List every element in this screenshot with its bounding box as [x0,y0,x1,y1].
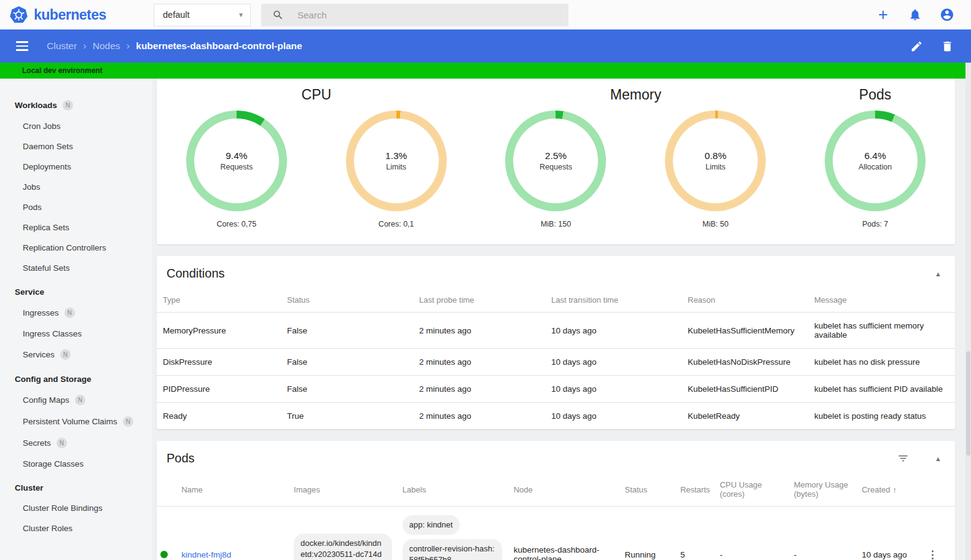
sidebar-item-deployments[interactable]: Deployments [0,157,152,177]
sidebar-item-pods[interactable]: Pods [0,197,152,217]
conditions-collapse-button[interactable]: ▲ [931,268,945,280]
sidebar-item-label: Ingresses [23,308,59,317]
namespace-selector[interactable]: default ▾ [154,4,251,26]
sidebar-item-cluster-roles[interactable]: Cluster Roles [0,518,152,539]
sidebar-item-services[interactable]: ServicesN [0,344,152,365]
condition-cell: 10 days ago [551,403,688,430]
condition-cell: KubeletReady [688,403,814,430]
pods-collapse-button[interactable]: ▲ [931,453,945,465]
condition-cell: kubelet is posting ready status [814,403,955,430]
chevron-right-icon: › [127,40,130,52]
pod-status-cell: Running [624,507,680,560]
pod-restarts-cell: 5 [680,507,720,560]
donut-chart: 6.4%Allocation [825,111,926,211]
scrollbar-thumb[interactable] [966,351,970,456]
pod-labels-cell: app: kindnetcontroller-revision-hash: 58… [403,507,514,560]
gauge-group-title-memory: Memory [476,82,796,111]
column-header-last-transition-time: Last transition time [551,288,688,313]
edit-button[interactable] [908,38,924,54]
gauge-footer: MiB: 150 [541,220,571,228]
sidebar-section-config-and-storage[interactable]: Config and Storage [0,369,152,389]
sidebar-item-persistent-volume-claims[interactable]: Persistent Volume ClaimsN [0,411,152,432]
condition-row: ReadyTrue2 minutes ago10 days agoKubelet… [157,403,955,430]
gauge-percent: 1.3% [385,150,407,161]
search-input[interactable] [297,10,561,20]
donut-chart: 9.4%Requests [186,111,287,211]
gauge-label: Requests [220,163,253,171]
sidebar-section-workloads[interactable]: WorkloadsN [0,95,152,116]
pod-cpu-cell: - [720,507,794,560]
donut-center: 2.5%Requests [505,111,606,211]
condition-cell: KubeletHasSufficientMemory [688,313,814,349]
account-button[interactable] [939,7,955,23]
condition-cell: MemoryPressure [157,313,287,349]
column-header-cpu-usage-cores-: CPU Usage (cores) [720,473,794,507]
condition-cell: 2 minutes ago [419,376,551,403]
condition-row: MemoryPressureFalse2 minutes ago10 days … [157,313,955,349]
sidebar-item-replication-controllers[interactable]: Replication Controllers [0,238,152,258]
sidebar-item-jobs[interactable]: Jobs [0,177,152,197]
main-content: CPUMemoryPods9.4%RequestsCores: 0,751.3%… [152,79,971,560]
sidebar-section-label: Cluster [15,483,44,492]
sidebar-item-replica-sets[interactable]: Replica Sets [0,217,152,238]
sidebar-section-cluster[interactable]: Cluster [0,478,152,498]
sidebar-item-label: Pods [23,203,42,212]
notifications-button[interactable] [907,7,923,23]
sidebar-item-cluster-role-bindings[interactable]: Cluster Role Bindings [0,498,152,518]
sidebar-section-label: Config and Storage [15,375,92,384]
menu-icon[interactable] [16,41,28,51]
sidebar-item-daemon-sets[interactable]: Daemon Sets [0,136,152,157]
conditions-body: MemoryPressureFalse2 minutes ago10 days … [157,313,955,430]
column-header-reason: Reason [688,288,814,313]
column-header-message: Message [814,288,955,313]
chevron-down-icon: ▾ [239,10,243,19]
delete-button[interactable] [939,38,955,54]
gauge-percent: 9.4% [226,150,247,161]
breadcrumb-link-nodes[interactable]: Nodes [93,41,120,52]
gauge-label: Requests [540,163,572,171]
app-header: kubernetes default ▾ + [0,0,971,29]
plus-icon: + [878,8,888,21]
condition-cell: 10 days ago [551,376,688,403]
gauge-percent: 6.4% [864,150,886,161]
allocation-overview-card: CPUMemoryPods9.4%RequestsCores: 0,751.3%… [157,79,955,244]
pencil-icon [910,40,923,53]
donut-chart: 2.5%Requests [505,111,606,211]
sidebar-item-config-maps[interactable]: Config MapsN [0,389,152,411]
column-header-node: Node [514,473,625,507]
sidebar-item-stateful-sets[interactable]: Stateful Sets [0,258,152,278]
gauge-footer: Cores: 0,1 [379,220,414,228]
column-header-created[interactable]: Created↑ [862,473,927,507]
sidebar-item-label: Stateful Sets [23,263,70,273]
namespace-value: default [163,10,190,20]
sidebar-item-label: Jobs [23,182,41,192]
condition-row: PIDPressureFalse2 minutes ago10 days ago… [157,376,955,403]
sidebar-item-storage-classes[interactable]: Storage Classes [0,454,152,474]
breadcrumb-link-cluster[interactable]: Cluster [47,41,77,52]
sidebar-item-ingresses[interactable]: IngressesN [0,302,152,324]
condition-cell: kubelet has no disk pressure [814,349,955,376]
sidebar-item-cron-jobs[interactable]: Cron Jobs [0,116,152,136]
namespaced-badge: N [57,438,67,448]
page-scrollbar[interactable] [965,63,971,560]
pods-card: Pods ▲ NameImagesLabelsNodeStatusRestart… [157,441,955,560]
column-header-actions [927,473,955,507]
column-header-status: Status [624,473,680,507]
sidebar-section-service[interactable]: Service [0,282,152,302]
donut-center: 1.3%Limits [346,111,447,211]
create-resource-button[interactable]: + [875,7,891,23]
condition-cell: False [287,349,419,376]
pods-title: Pods [167,451,195,465]
pod-name-link[interactable]: kindnet-fmj8d [181,550,231,559]
sidebar-item-label: Deployments [23,162,71,171]
sidebar-item-label: Replica Sets [23,223,69,232]
kebab-menu-icon[interactable]: ⋮ [927,550,938,560]
sidebar-item-secrets[interactable]: SecretsN [0,432,152,454]
kubernetes-logo[interactable]: kubernetes [0,6,154,25]
sidebar-item-ingress-classes[interactable]: Ingress Classes [0,324,152,344]
sidebar-item-label: Services [23,350,55,359]
condition-cell: 2 minutes ago [419,349,551,376]
pod-label-chips: app: kindnetcontroller-revision-hash: 58… [403,515,504,560]
gauge-grid: CPUMemoryPods9.4%RequestsCores: 0,751.3%… [157,79,955,244]
pods-filter-button[interactable] [896,451,910,465]
